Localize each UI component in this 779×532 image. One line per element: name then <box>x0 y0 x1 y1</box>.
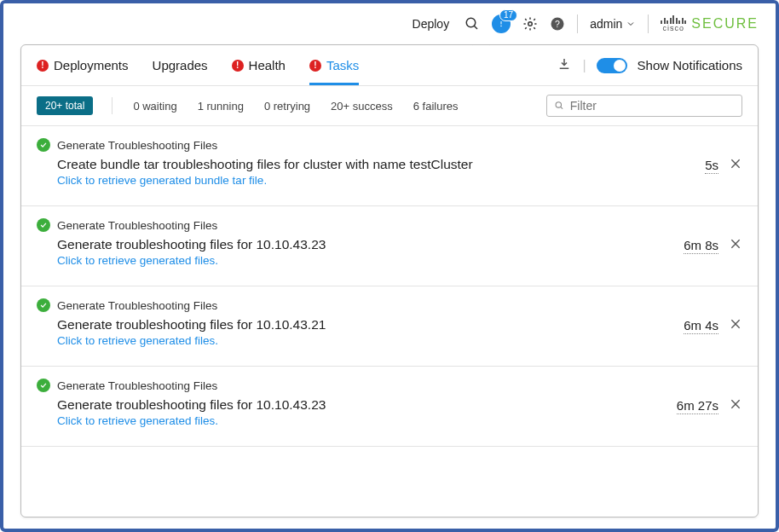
svg-point-4 <box>528 22 533 26</box>
task-item: Generate Troubleshooting Files Generate … <box>21 206 758 286</box>
task-retrieve-link[interactable]: Click to retrieve generated files. <box>57 414 677 427</box>
task-title: Generate Troubleshooting Files <box>57 379 217 392</box>
task-title: Generate Troubleshooting Files <box>57 299 217 312</box>
tab-label: Deployments <box>54 58 129 72</box>
task-list: Generate Troubleshooting Files Create bu… <box>21 126 758 512</box>
user-name: admin <box>590 17 622 31</box>
tab-label: Upgrades <box>153 58 208 72</box>
count-running[interactable]: 1 running <box>198 100 244 113</box>
svg-text:?: ? <box>555 19 560 29</box>
svg-point-0 <box>466 18 476 27</box>
count-total[interactable]: 20+ total <box>37 96 93 115</box>
task-duration: 6m 8s <box>684 238 718 254</box>
close-icon[interactable] <box>729 157 742 174</box>
count-bar: 20+ total 0 waiting 1 running 0 retrying… <box>21 86 758 126</box>
success-icon <box>37 298 50 312</box>
tab-label: Tasks <box>326 58 359 72</box>
task-item: Generate Troubleshooting Files Generate … <box>21 367 758 447</box>
success-icon <box>37 218 50 232</box>
notifications-count: 17 <box>499 9 517 21</box>
task-retrieve-link[interactable]: Click to retrieve generated files. <box>57 254 684 267</box>
task-item: Generate Troubleshooting Files Create bu… <box>21 126 758 206</box>
alert-icon <box>37 60 49 72</box>
show-notifications-label: Show Notifications <box>638 58 742 72</box>
close-icon[interactable] <box>729 237 742 254</box>
tab-label: Health <box>249 58 286 72</box>
chevron-down-icon <box>626 19 636 29</box>
count-waiting[interactable]: 0 waiting <box>133 100 176 113</box>
svg-line-1 <box>474 26 477 29</box>
tab-deployments[interactable]: Deployments <box>37 45 129 85</box>
top-bar: Deploy 17 ? admin cisco SECURE <box>3 3 776 44</box>
task-duration: 6m 27s <box>677 398 718 414</box>
tab-bar: Deployments Upgrades Health Tasks | Show… <box>21 45 758 86</box>
svg-point-7 <box>556 102 561 107</box>
filter-input[interactable] <box>570 99 735 113</box>
task-retrieve-link[interactable]: Click to retrieve generated files. <box>57 334 684 347</box>
success-icon <box>37 138 50 152</box>
close-icon[interactable] <box>729 397 742 414</box>
task-description: Generate troubleshooting files for 10.10… <box>57 397 677 413</box>
task-description: Generate troubleshooting files for 10.10… <box>57 317 684 332</box>
brand-logo: cisco SECURE <box>661 15 759 32</box>
success-icon <box>37 379 50 392</box>
task-description: Create bundle tar troubleshooting files … <box>57 157 705 172</box>
count-success[interactable]: 20+ success <box>331 100 393 113</box>
task-item: Generate Troubleshooting Files Generate … <box>21 286 758 367</box>
count-failures[interactable]: 6 failures <box>413 100 459 113</box>
divider <box>112 97 113 114</box>
task-retrieve-link[interactable]: Click to retrieve generated bundle tar f… <box>57 174 705 187</box>
divider <box>577 14 578 33</box>
user-menu[interactable]: admin <box>590 17 636 31</box>
gear-icon[interactable] <box>522 16 538 32</box>
alert-icon <box>232 60 244 72</box>
divider <box>648 14 649 33</box>
download-icon[interactable] <box>557 56 572 75</box>
filter-box[interactable] <box>546 95 742 117</box>
close-icon[interactable] <box>729 317 742 334</box>
show-notifications-toggle[interactable] <box>597 58 627 73</box>
tab-tasks[interactable]: Tasks <box>309 45 359 85</box>
search-icon[interactable] <box>465 16 480 32</box>
deploy-link[interactable]: Deploy <box>413 17 450 31</box>
task-description: Generate troubleshooting files for 10.10… <box>57 237 684 252</box>
svg-point-3 <box>500 26 502 27</box>
search-icon <box>554 100 565 112</box>
task-title: Generate Troubleshooting Files <box>57 139 217 152</box>
task-title: Generate Troubleshooting Files <box>57 219 217 232</box>
alert-icon <box>309 60 321 72</box>
notifications-icon[interactable]: 17 <box>492 14 511 33</box>
divider: | <box>582 58 586 73</box>
task-duration: 5s <box>705 158 718 174</box>
tab-upgrades[interactable]: Upgrades <box>153 45 208 85</box>
svg-line-8 <box>561 107 563 108</box>
task-duration: 6m 4s <box>684 318 718 334</box>
help-icon[interactable]: ? <box>550 16 565 32</box>
tasks-panel: Deployments Upgrades Health Tasks | Show… <box>20 44 759 518</box>
count-retrying[interactable]: 0 retrying <box>264 100 310 113</box>
tab-health[interactable]: Health <box>232 45 286 85</box>
